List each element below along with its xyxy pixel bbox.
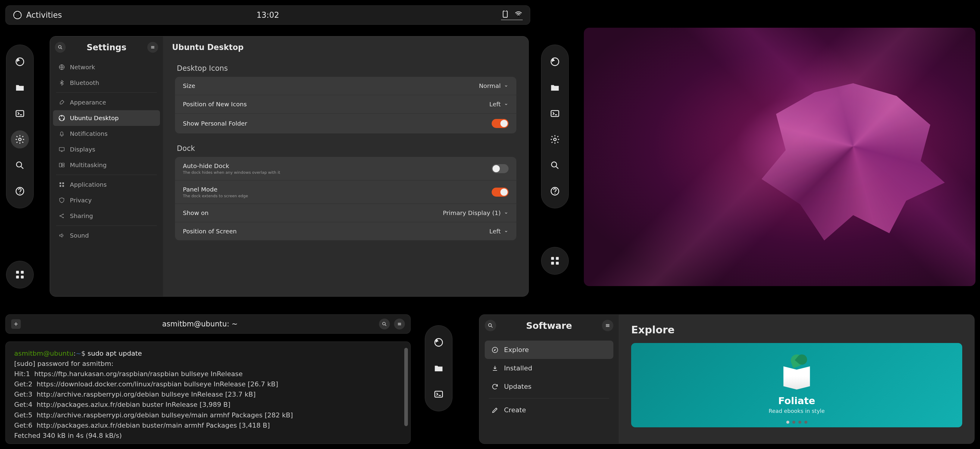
dock-help[interactable] <box>11 182 29 200</box>
activities-label: Activities <box>26 11 62 19</box>
search-icon <box>57 44 63 50</box>
system-tray[interactable] <box>501 10 523 20</box>
top-panel: Activities 13:02 <box>5 5 530 25</box>
dock-terminal[interactable] <box>546 105 564 122</box>
globe-icon <box>59 64 65 70</box>
dock-search[interactable] <box>11 156 29 175</box>
terminal-headerbar: asmitbm@ubuntu: ~ <box>5 314 410 334</box>
dropdown[interactable]: Primary Display (1) <box>443 209 509 217</box>
setting-label: Position of New Icons <box>183 101 247 108</box>
dropdown[interactable]: Left <box>489 228 509 235</box>
dock-terminal[interactable] <box>11 105 29 122</box>
dock-terminal[interactable] <box>430 385 448 403</box>
search-icon <box>487 322 493 328</box>
section-title: Dock <box>177 144 516 153</box>
terminal-icon <box>434 389 444 399</box>
dropdown[interactable]: Normal <box>479 82 509 89</box>
sidebar-item-appearance[interactable]: Appearance <box>53 95 160 110</box>
software-menu-button[interactable] <box>602 320 613 331</box>
sidebar-item-label: Sharing <box>70 212 93 219</box>
sidebar-item-label: Bluetooth <box>70 79 99 86</box>
settings-menu-button[interactable] <box>147 42 158 53</box>
dock-help[interactable] <box>546 182 564 200</box>
toggle-switch[interactable] <box>492 187 509 197</box>
clock[interactable]: 13:02 <box>257 11 279 19</box>
software-search-button[interactable] <box>485 320 496 331</box>
software-window: Software ExploreInstalledUpdatesCreate E… <box>479 314 975 444</box>
sidebar-item-notifications[interactable]: Notifications <box>53 126 160 141</box>
dock-firefox[interactable] <box>546 53 564 71</box>
settings-page-title: Ubuntu Desktop <box>163 36 528 58</box>
refresh-icon <box>492 383 499 390</box>
dock-files[interactable] <box>546 79 564 97</box>
sidebar-item-label: Applications <box>70 181 107 188</box>
featured-app-card[interactable]: Foliate Read ebooks in style <box>631 343 962 427</box>
battery-icon <box>501 10 509 18</box>
desktop-wallpaper <box>584 28 975 286</box>
compass-icon <box>492 346 499 354</box>
show-applications-button[interactable] <box>541 247 569 274</box>
firefox-icon <box>550 57 560 67</box>
dock-settings[interactable] <box>11 130 29 148</box>
wifi-icon <box>514 10 523 18</box>
terminal-output[interactable]: asmitbm@ubuntu:~$ sudo apt update [sudo]… <box>5 341 410 444</box>
software-nav-updates[interactable]: Updates <box>485 377 613 396</box>
software-nav-explore[interactable]: Explore <box>485 341 613 359</box>
menu-icon <box>150 44 156 50</box>
dock-files[interactable] <box>430 359 448 377</box>
software-title: Software <box>500 320 598 331</box>
terminal-search-button[interactable] <box>379 319 390 330</box>
sidebar-item-bluetooth[interactable]: Bluetooth <box>53 75 160 90</box>
software-sidebar: Software ExploreInstalledUpdatesCreate <box>479 314 619 444</box>
setting-row: Show onPrimary Display (1) <box>175 204 516 222</box>
sidebar-item-multitasking[interactable]: Multitasking <box>53 157 160 173</box>
setting-row: Show Personal Folder <box>175 114 516 133</box>
software-nav-installed[interactable]: Installed <box>485 359 613 377</box>
sidebar-item-sound[interactable]: Sound <box>53 228 160 243</box>
setting-sublabel: The dock hides when any windows overlap … <box>183 170 280 175</box>
sidebar-item-applications[interactable]: Applications <box>53 177 160 192</box>
firefox-icon <box>15 57 25 67</box>
toggle-switch[interactable] <box>492 119 509 128</box>
software-main: Explore Foliate Read ebooks in style <box>619 314 975 444</box>
bell-icon <box>59 130 65 137</box>
sidebar-item-ubuntu-desktop[interactable]: Ubuntu Desktop <box>53 110 160 126</box>
featured-app-tagline: Read ebooks in style <box>768 408 824 414</box>
sidebar-item-displays[interactable]: Displays <box>53 141 160 157</box>
dropdown[interactable]: Left <box>489 101 509 108</box>
nav-label: Create <box>504 406 526 414</box>
section-card: SizeNormalPosition of New IconsLeftShow … <box>175 77 516 133</box>
dock-left <box>6 44 34 208</box>
sidebar-item-label: Notifications <box>70 130 108 137</box>
nav-label: Updates <box>504 383 531 390</box>
help-icon <box>550 186 560 196</box>
grid-icon <box>14 269 25 280</box>
settings-title: Settings <box>69 43 144 52</box>
carousel-dots[interactable] <box>786 421 807 424</box>
dock-settings[interactable] <box>546 130 564 148</box>
show-applications-button[interactable] <box>6 261 34 289</box>
setting-sublabel: The dock extends to screen edge <box>183 194 248 198</box>
chevron-down-icon <box>504 83 509 88</box>
dock-firefox[interactable] <box>11 53 29 71</box>
software-sidebar-header: Software <box>479 315 619 336</box>
nav-label: Installed <box>504 364 532 372</box>
dock-firefox[interactable] <box>430 333 448 351</box>
sidebar-item-sharing[interactable]: Sharing <box>53 208 160 224</box>
sidebar-item-label: Sound <box>70 232 89 239</box>
terminal-menu-button[interactable] <box>394 319 405 330</box>
dock-files[interactable] <box>11 79 29 97</box>
toggle-switch[interactable] <box>492 164 509 173</box>
sidebar-item-network[interactable]: Network <box>53 59 160 75</box>
multitask-icon <box>59 162 65 168</box>
settings-search-button[interactable] <box>55 42 66 53</box>
section-dock: Dock Auto-hide DockThe dock hides when a… <box>175 144 516 240</box>
scrollbar[interactable] <box>404 348 408 426</box>
activities-button[interactable]: Activities <box>13 11 62 19</box>
terminal-new-tab-button[interactable] <box>11 319 21 329</box>
dock-search[interactable] <box>546 156 564 175</box>
sidebar-item-privacy[interactable]: Privacy <box>53 192 160 208</box>
software-nav-create[interactable]: Create <box>485 401 613 419</box>
setting-row: Position of ScreenLeft <box>175 222 516 240</box>
ubuntu-icon <box>59 115 65 121</box>
